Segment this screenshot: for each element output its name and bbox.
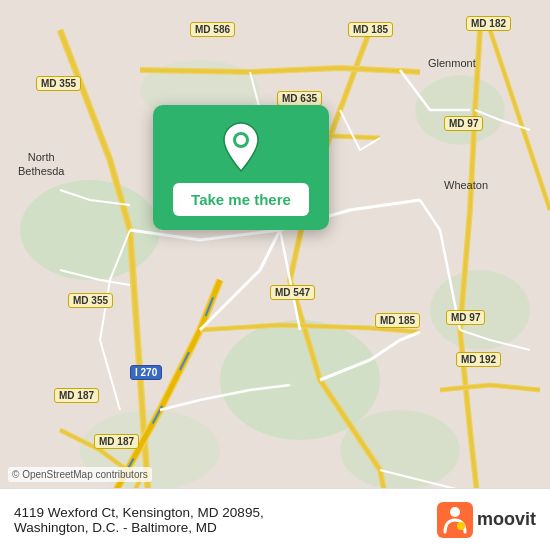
moovit-text: moovit <box>477 509 536 530</box>
road-label-md547: MD 547 <box>270 285 315 300</box>
popup-card: Take me there <box>153 105 329 230</box>
road-label-md355: MD 355 <box>36 76 81 91</box>
svg-point-2 <box>220 320 380 440</box>
svg-point-11 <box>450 507 460 517</box>
svg-point-4 <box>340 410 460 490</box>
map-container: MD 586 MD 185 MD 182 MD 355 MD 635 MD 97… <box>0 0 550 550</box>
place-label-wheaton: Wheaton <box>444 178 488 192</box>
road-label-md182: MD 182 <box>466 16 511 31</box>
svg-point-9 <box>236 135 246 145</box>
road-label-md97bot: MD 97 <box>446 310 485 325</box>
road-label-i270: I 270 <box>130 365 162 380</box>
road-label-md192: MD 192 <box>456 352 501 367</box>
copyright-text: © OpenStreetMap contributors <box>8 467 152 482</box>
road-label-md187: MD 187 <box>54 388 99 403</box>
address-line1: 4119 Wexford Ct, Kensington, MD 20895, <box>14 505 425 520</box>
address-block: 4119 Wexford Ct, Kensington, MD 20895, W… <box>14 505 425 535</box>
road-label-md635: MD 635 <box>277 91 322 106</box>
road-label-md187b: MD 187 <box>94 434 139 449</box>
road-label-md586: MD 586 <box>190 22 235 37</box>
location-pin-icon <box>219 121 263 173</box>
svg-point-12 <box>457 522 465 530</box>
road-label-md97top: MD 97 <box>444 116 483 131</box>
place-label-glenmont: Glenmont <box>428 56 476 70</box>
address-line2: Washington, D.C. - Baltimore, MD <box>14 520 425 535</box>
place-label-north-bethesda: NorthBethesda <box>18 150 64 179</box>
moovit-icon <box>437 502 473 538</box>
take-me-there-button[interactable]: Take me there <box>173 183 309 216</box>
road-label-md355b: MD 355 <box>68 293 113 308</box>
bottom-bar: 4119 Wexford Ct, Kensington, MD 20895, W… <box>0 488 550 550</box>
road-label-md185bot: MD 185 <box>375 313 420 328</box>
moovit-logo: moovit <box>437 502 536 538</box>
road-label-md185top: MD 185 <box>348 22 393 37</box>
